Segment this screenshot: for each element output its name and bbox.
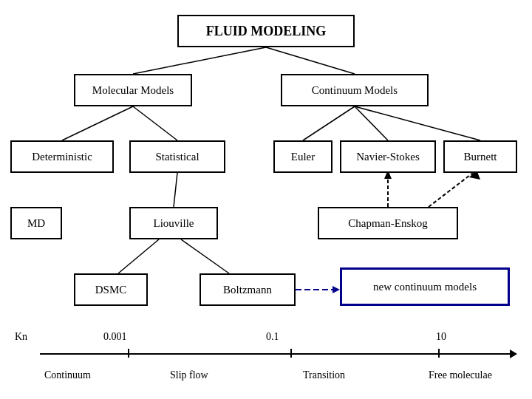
kn-arrow-head <box>510 349 517 358</box>
tick-01 <box>290 349 292 358</box>
title-text: FLUID MODELING <box>206 24 327 39</box>
tick-001 <box>128 349 129 358</box>
new-continuum-box: new continuum models <box>340 267 510 306</box>
svg-line-3 <box>133 106 177 140</box>
svg-marker-15 <box>332 286 340 293</box>
svg-line-7 <box>174 173 177 207</box>
regime-free: Free moleculae <box>429 369 492 381</box>
svg-line-0 <box>133 47 266 74</box>
svg-line-4 <box>303 106 355 140</box>
kn-axis <box>40 353 513 355</box>
svg-line-5 <box>355 106 388 140</box>
euler-box: Euler <box>273 140 332 173</box>
svg-line-1 <box>266 47 355 74</box>
diagram: FLUID MODELING Molecular Models Continuu… <box>0 0 532 399</box>
regime-transition: Transition <box>303 369 345 381</box>
svg-line-9 <box>181 239 229 273</box>
md-box: MD <box>10 207 62 239</box>
continuum-models-box: Continuum Models <box>281 74 429 106</box>
burnett-box: Burnett <box>443 140 517 173</box>
navier-stokes-box: Navier-Stokes <box>340 140 436 173</box>
dsmc-box: DSMC <box>74 273 148 306</box>
kn-val3: 10 <box>436 331 446 343</box>
boltzmann-box: Boltzmann <box>200 273 296 306</box>
chapman-enskog-box: Chapman-Enskog <box>318 207 458 239</box>
kn-val2: 0.1 <box>266 331 279 343</box>
svg-line-6 <box>355 106 480 140</box>
title-box: FLUID MODELING <box>177 15 355 47</box>
svg-line-12 <box>429 173 473 207</box>
liouville-box: Liouville <box>129 207 218 239</box>
statistical-box: Statistical <box>129 140 225 173</box>
regime-slip: Slip flow <box>170 369 208 381</box>
svg-line-2 <box>62 106 133 140</box>
deterministic-box: Deterministic <box>10 140 114 173</box>
kn-label: Kn <box>15 331 27 343</box>
molecular-models-box: Molecular Models <box>74 74 192 106</box>
kn-val1: 0.001 <box>103 331 127 343</box>
regime-continuum: Continuum <box>44 369 91 381</box>
tick-10 <box>438 349 440 358</box>
svg-line-8 <box>118 239 159 273</box>
